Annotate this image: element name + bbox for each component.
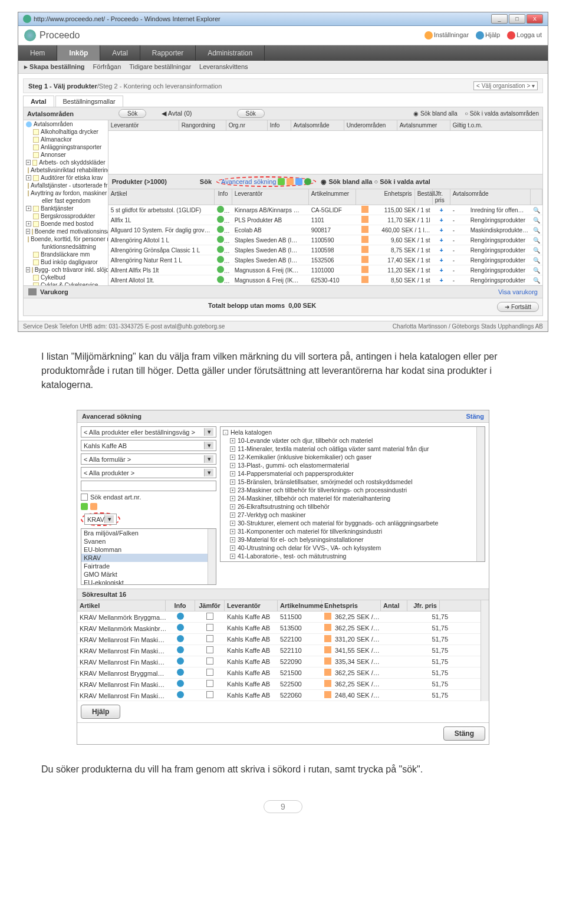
magnifier-icon[interactable]: 🔍 (533, 257, 540, 264)
settings-link[interactable]: Inställningar (424, 31, 469, 40)
rcol-info[interactable]: Info (166, 600, 195, 611)
magnifier-icon[interactable]: 🔍 (533, 227, 540, 234)
info-icon[interactable] (217, 206, 224, 213)
cat-item[interactable]: +40-Utrustning och delar för VVS-, VA- o… (222, 544, 483, 552)
subtab-tidigare[interactable]: Tidigare beställningar (129, 63, 191, 71)
info-icon[interactable] (177, 680, 184, 687)
magnifier-icon[interactable]: 🔍 (533, 267, 540, 274)
tree-item[interactable]: Bud inköp dagligvaror (24, 258, 108, 266)
tab-avtal[interactable]: Avtal (100, 45, 140, 61)
result-row[interactable]: KRAV Mellanmörk Bryggma… Kahls Kaffe AB5… (77, 611, 481, 623)
cat-item[interactable]: +31-Komponenter och materiel för tillver… (222, 527, 483, 535)
product-sok-button[interactable]: Sök (200, 178, 212, 185)
list-item[interactable]: Bra miljöval/Falken (81, 529, 216, 537)
add-icon[interactable]: + (440, 227, 443, 234)
continue-button[interactable]: ➜ Fortsätt (497, 302, 539, 312)
cat-item[interactable]: +23-Maskiner och tillbehör för tillverkn… (222, 486, 483, 494)
cat-item[interactable]: +10-Levande växter och djur, tillbehör o… (222, 436, 483, 445)
info-icon[interactable] (217, 276, 224, 283)
tree-item[interactable]: Alkoholhaltiga drycker (24, 128, 108, 136)
add-icon[interactable]: + (440, 257, 443, 264)
select-produkter[interactable]: < Alla produkter >▾ (81, 467, 216, 478)
org-select[interactable]: < Välj organisation > ▾ (473, 81, 538, 90)
compare-checkbox[interactable] (206, 680, 213, 687)
pcol-omr[interactable]: Avtalsområde (450, 189, 531, 205)
cat-item[interactable]: +41-Laboratorie-, test- och mätutrustnin… (222, 552, 483, 560)
list-item[interactable]: EU-blomman (81, 545, 216, 554)
tab-inkop[interactable]: Inköp (57, 45, 100, 61)
result-row[interactable]: KRAV Mellanrost Fin Maski… Kahls Kaffe A… (77, 690, 481, 701)
pcol-info[interactable]: Info (215, 189, 232, 205)
info-icon[interactable] (217, 226, 224, 233)
tree-item[interactable]: Anläggningstransporter (24, 143, 108, 151)
artnr-checkbox[interactable] (81, 494, 88, 501)
col-info[interactable]: Info (268, 120, 291, 130)
product-row[interactable]: Allrengöring Allotol 1 L Staples Sweden … (108, 235, 542, 245)
list-item-selected[interactable]: KRAV (81, 554, 216, 562)
list-item[interactable]: EU-ekologiskt (81, 578, 216, 585)
product-row[interactable]: Allguard 10 System. För daglig grovre… E… (108, 225, 542, 235)
cat-item[interactable]: +14-Pappersmaterial och pappersprodukter (222, 469, 483, 478)
maximize-button[interactable]: □ (509, 14, 525, 24)
subtab-forfragan[interactable]: Förfrågan (93, 63, 121, 71)
pcol-pris[interactable]: Enhetspris (356, 189, 415, 205)
add-icon[interactable]: + (440, 277, 443, 284)
sectab-avtal[interactable]: Avtal (23, 96, 54, 107)
tree-item[interactable]: +Auditörer för etiska krav (24, 174, 108, 182)
magnifier-icon[interactable]: 🔍 (533, 237, 540, 244)
compare-checkbox[interactable] (206, 657, 213, 665)
rcol-num[interactable]: Artikelnumme (278, 600, 322, 611)
product-row[interactable]: Allrent Allotol 1lt. Magnusson & Freij (… (108, 275, 542, 285)
subtab-leverans[interactable]: Leveranskvittens (199, 63, 248, 71)
radio-valda[interactable]: ○ Sök i valda avtalsområden (465, 110, 539, 117)
prod-radio-valda[interactable]: ○ Sök i valda avtal (374, 178, 430, 185)
compare-checkbox[interactable] (206, 691, 213, 698)
cat-item[interactable]: +26-Elkraftsutrustning och tillbehör (222, 502, 483, 511)
info-icon[interactable] (177, 646, 184, 653)
tree-item[interactable]: Arbetslivsinriktad rehabilitering (24, 166, 108, 174)
info-icon[interactable] (177, 657, 184, 665)
cat-item[interactable]: +30-Strukturer, element och material för… (222, 519, 483, 527)
help-link[interactable]: Hjälp (476, 31, 500, 40)
tree-item[interactable]: +Bygg- och trävaror inkl. slöjdvirke sa (24, 266, 108, 274)
close-button-2[interactable]: Stäng (443, 726, 485, 741)
pcol-artikel[interactable]: Artikel (108, 189, 215, 205)
rcol-jamfor[interactable]: Jämför (195, 600, 225, 611)
list-scrollbar[interactable] (208, 529, 216, 584)
tree-item[interactable]: Almanackor (24, 136, 108, 143)
prod-radio-alla[interactable]: ◉ Sök bland alla (321, 178, 372, 185)
cat-item[interactable]: +27-Verktyg och maskiner (222, 511, 483, 519)
col-underomraden[interactable]: Underområden (344, 120, 397, 130)
tab-hem[interactable]: Hem (18, 45, 57, 61)
result-row[interactable]: KRAV Mellanrost Fin Maski… Kahls Kaffe A… (77, 645, 481, 656)
magnifier-icon[interactable]: 🔍 (533, 217, 540, 223)
rcol-artikel[interactable]: Artikel (77, 600, 166, 611)
add-icon[interactable]: + (440, 247, 443, 254)
sectab-mallar[interactable]: Beställningsmallar (55, 96, 123, 107)
tree-item[interactable]: Cykelbud (24, 274, 108, 281)
product-row[interactable]: Allrengöring Natur Rent 1 L Staples Swed… (108, 255, 542, 265)
info-icon[interactable] (177, 635, 184, 642)
cat-scrollbar[interactable] (476, 427, 485, 561)
pcol-jfr[interactable]: Jfr. pris (433, 189, 450, 205)
tree-root[interactable]: Avtalsområden (24, 120, 108, 128)
cat-item[interactable]: +13-Plast-, gummi- och elastomermaterial (222, 461, 483, 469)
col-avtalsnummer[interactable]: Avtalsnummer (397, 120, 450, 130)
info-icon[interactable] (217, 246, 224, 253)
pcol-lev[interactable]: Leverantör (232, 189, 309, 205)
add-icon[interactable]: + (440, 237, 443, 244)
info-icon[interactable] (177, 613, 184, 620)
tree-item[interactable]: Boende, korttid, för personer med ps (24, 235, 108, 243)
logout-link[interactable]: Logga ut (507, 31, 542, 40)
col-giltigt[interactable]: Giltig t.o.m. (450, 120, 542, 130)
info-icon[interactable] (217, 256, 224, 263)
pcol-best[interactable]: Beställ (415, 189, 433, 205)
text-input-1[interactable] (81, 481, 216, 491)
tree-item[interactable]: Brandsläckare mm (24, 251, 108, 258)
subtab-skapa[interactable]: ▸ Skapa beställning (24, 63, 85, 71)
advanced-search-link[interactable]: Avancerad sökning (221, 178, 276, 185)
tree-item[interactable]: Avyttring av fordon, maskiner och an (24, 189, 108, 197)
result-row[interactable]: KRAV Mellanrost Fin Maski… Kahls Kaffe A… (77, 679, 481, 690)
result-row[interactable]: KRAV Mellanrost Fin Maski… Kahls Kaffe A… (77, 634, 481, 645)
tree-item[interactable]: Cyklar & Cykelservice (24, 281, 108, 285)
